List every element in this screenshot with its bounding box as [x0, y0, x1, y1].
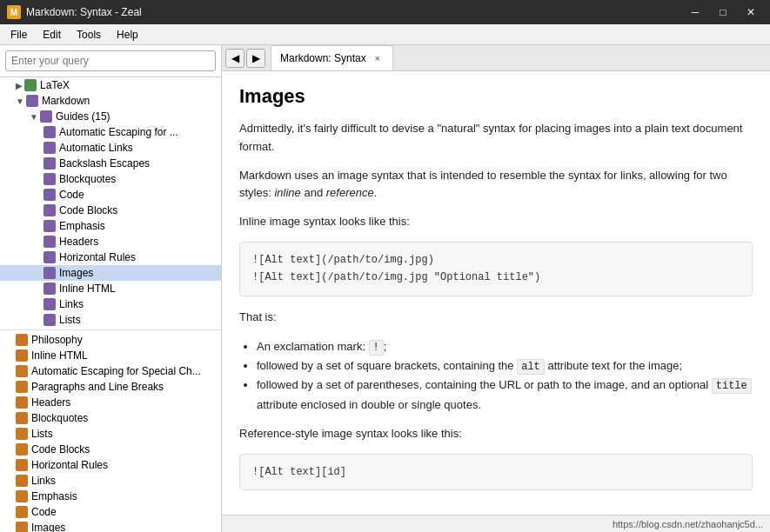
lists2-icon	[16, 428, 28, 440]
tree-item-headers[interactable]: Headers	[0, 234, 221, 249]
menu-help[interactable]: Help	[110, 27, 145, 43]
minimize-button[interactable]: ─	[683, 0, 707, 24]
markdown-icon	[26, 95, 38, 107]
tree-item-inline-html2[interactable]: Inline HTML	[0, 348, 221, 363]
tree-item-guides[interactable]: ▼ Guides (15)	[0, 109, 221, 124]
forward-button[interactable]: ▶	[246, 49, 265, 68]
lists-label: Lists	[59, 314, 81, 326]
app-icon: M	[7, 5, 21, 19]
search-input[interactable]	[5, 50, 216, 71]
close-button[interactable]: ✕	[739, 0, 763, 24]
status-url: https://blog.csdn.net/zhaohanjc5d...	[613, 519, 763, 529]
content-area: ◀ ▶ Markdown: Syntax × Images Admittedly…	[222, 45, 770, 532]
tree-item-emphasis[interactable]: Emphasis	[0, 218, 221, 234]
tree-item-links[interactable]: Links	[0, 296, 221, 312]
tree-item-code[interactable]: Code	[0, 187, 221, 203]
tab-markdown-syntax[interactable]: Markdown: Syntax ×	[271, 45, 393, 70]
emphasis2-icon	[16, 490, 28, 502]
tree-item-code-blocks[interactable]: Code Blocks	[0, 203, 221, 218]
blockquotes-label: Blockquotes	[59, 173, 116, 185]
tree-item-links2[interactable]: Links	[0, 473, 221, 489]
bullets-list: An exclamation mark: !; followed by a se…	[239, 337, 753, 415]
backslash-label: Backslash Escapes	[59, 157, 150, 170]
horiz2-icon	[16, 459, 28, 471]
links2-label: Links	[31, 475, 56, 487]
guides-label: Guides (15)	[56, 110, 110, 123]
tree-item-markdown[interactable]: ▼ Markdown	[0, 93, 221, 109]
bullet1-suffix: ;	[384, 340, 387, 353]
tree-item-blockquotes2[interactable]: Blockquotes	[0, 410, 221, 426]
code-blocks2-label: Code Blocks	[31, 443, 90, 456]
para2-end: .	[374, 186, 378, 199]
tab-close-button[interactable]: ×	[372, 52, 384, 64]
list-item-2: followed by a set of square brackets, co…	[257, 356, 753, 376]
tree-item-blockquotes[interactable]: Blockquotes	[0, 171, 221, 187]
code-blocks-label: Code Blocks	[59, 204, 117, 216]
tree-item-auto-escaping[interactable]: Automatic Escaping for ...	[0, 124, 221, 140]
tab-label: Markdown: Syntax	[280, 52, 366, 64]
tree-item-headers2[interactable]: Headers	[0, 395, 221, 410]
tree-item-auto-links[interactable]: Automatic Links	[0, 140, 221, 156]
code-block-2: ![Alt text][id]	[239, 454, 753, 490]
code-line-1: ![Alt text](/path/to/img.jpg)	[252, 251, 740, 269]
tree-item-auto-escaping2[interactable]: Automatic Escaping for Special Ch...	[0, 363, 221, 379]
tree-item-horiz2[interactable]: Horizontal Rules	[0, 457, 221, 473]
bullet1-code: !	[369, 340, 384, 356]
links-label: Links	[59, 298, 84, 310]
tree-item-code2[interactable]: Code	[0, 504, 221, 520]
page-title: Images	[239, 85, 753, 108]
headers2-icon	[16, 396, 28, 409]
lists-icon	[44, 314, 56, 326]
bullet3-code: title	[712, 378, 752, 394]
window-controls[interactable]: ─ □ ✕	[683, 0, 763, 24]
tree-item-inline-html[interactable]: Inline HTML	[0, 281, 221, 296]
tree-item-lists2[interactable]: Lists	[0, 426, 221, 442]
tree-item-horizontal[interactable]: Horizontal Rules	[0, 249, 221, 265]
auto-esc2-label: Automatic Escaping for Special Ch...	[31, 365, 201, 377]
menu-file[interactable]: File	[3, 27, 34, 43]
headers-icon	[44, 236, 56, 248]
tree-item-philosophy[interactable]: Philosophy	[0, 332, 221, 348]
blockquotes2-label: Blockquotes	[31, 412, 88, 424]
title-bar-title: Markdown: Syntax - Zeal	[26, 6, 142, 18]
tree-item-paragraphs[interactable]: Paragraphs and Line Breaks	[0, 379, 221, 395]
menu-tools[interactable]: Tools	[70, 27, 108, 43]
menu-edit[interactable]: Edit	[36, 27, 68, 43]
images2-icon	[16, 522, 28, 532]
tree-item-images[interactable]: Images	[0, 265, 221, 281]
main-content: Images Admittedly, it's fairly difficult…	[222, 71, 770, 515]
guides-icon	[40, 110, 52, 123]
backslash-icon	[44, 157, 56, 170]
paragraphs-icon	[16, 381, 28, 393]
tree-item-images2[interactable]: Images	[0, 520, 221, 532]
code2-icon	[16, 506, 28, 518]
menu-bar: File Edit Tools Help	[0, 24, 770, 45]
bullet2-code: alt	[517, 359, 545, 375]
tree-item-code-blocks2[interactable]: Code Blocks	[0, 442, 221, 457]
back-button[interactable]: ◀	[225, 49, 244, 68]
emphasis-icon	[44, 220, 56, 232]
markdown-label: Markdown	[42, 95, 90, 107]
horiz-label: Horizontal Rules	[59, 251, 136, 263]
images2-label: Images	[31, 522, 65, 532]
tree-item-backslash[interactable]: Backslash Escapes	[0, 156, 221, 171]
tree-item-lists[interactable]: Lists	[0, 312, 221, 328]
code-icon	[44, 189, 56, 201]
maximize-button[interactable]: □	[711, 0, 735, 24]
bullet2-suffix: attribute text for the image;	[545, 359, 682, 372]
auto-links-label: Automatic Links	[59, 142, 133, 154]
tree-item-latex[interactable]: ▶ LaTeX	[0, 77, 221, 93]
latex-label: LaTeX	[40, 79, 70, 91]
expand-icon-md: ▼	[16, 96, 24, 106]
inline-html-icon	[44, 283, 56, 295]
headers-label: Headers	[59, 236, 98, 248]
code-blocks-icon	[44, 204, 56, 216]
tree-item-emphasis2[interactable]: Emphasis	[0, 489, 221, 504]
code-blocks2-icon	[16, 443, 28, 456]
paragraph-1: Admittedly, it's fairly difficult to dev…	[239, 120, 753, 156]
paragraph-3: Inline image syntax looks like this:	[239, 213, 753, 231]
sidebar-divider	[0, 329, 221, 330]
links-icon	[44, 298, 56, 310]
bullet3-suffix: attribute enclosed in double or single q…	[257, 398, 481, 411]
auto-esc-icon	[44, 126, 56, 138]
